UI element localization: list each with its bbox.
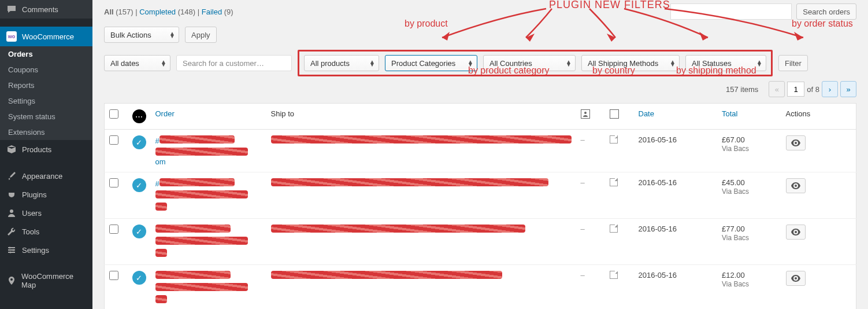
statuses-filter-select[interactable]: All Statuses ▲▼ — [685, 55, 766, 71]
orders-search-input[interactable] — [670, 3, 792, 20]
row-checkbox[interactable] — [109, 225, 118, 234]
customer-note-icon — [581, 109, 590, 119]
products-filter-label: All products — [310, 59, 350, 68]
sidebar-item-woocommerce-map[interactable]: WooCommerce Map — [0, 267, 92, 294]
sliders-icon — [6, 245, 17, 255]
submenu-coupons[interactable]: Coupons — [0, 62, 92, 78]
view-order-button[interactable] — [786, 178, 806, 193]
submenu-reports[interactable]: Reports — [0, 78, 92, 93]
note-icon — [610, 135, 618, 144]
actions-cell — [781, 130, 856, 172]
products-filter-select[interactable]: All products ▲▼ — [304, 55, 379, 71]
sidebar-item-woocommerce[interactable]: wo WooCommerce — [0, 27, 92, 46]
ship-to-cell — [266, 219, 576, 265]
customer-search-input[interactable]: Search for a customer… — [176, 55, 292, 71]
order-status-icon: ✓ — [132, 178, 146, 192]
countries-filter-label: All Countries — [489, 59, 532, 68]
view-order-button[interactable] — [786, 271, 806, 286]
customer-search-placeholder: Search for a customer… — [183, 59, 264, 68]
pagination-first-button[interactable]: « — [769, 81, 785, 97]
filter-all-label[interactable]: All — [104, 8, 114, 16]
total-column-header[interactable]: Total — [722, 109, 737, 118]
total-cell: £45.00Via Bacs — [717, 172, 781, 219]
woocommerce-submenu: Orders Coupons Reports Settings System s… — [0, 46, 92, 140]
sidebar-item-label: WooCommerce Map — [21, 272, 87, 289]
row-checkbox[interactable] — [109, 135, 118, 145]
svg-point-2 — [13, 249, 14, 251]
submenu-extensions[interactable]: Extensions — [0, 124, 92, 140]
countries-filter-select[interactable]: All Countries ▲▼ — [483, 55, 576, 71]
ship-to-cell — [266, 130, 576, 172]
pagination-items-count: 157 items — [726, 85, 758, 94]
sidebar-item-users[interactable]: Users — [0, 204, 92, 222]
search-orders-button[interactable]: Search orders — [796, 3, 856, 20]
submenu-settings[interactable]: Settings — [0, 93, 92, 109]
sidebar-item-label: Appearance — [22, 172, 62, 181]
sidebar-item-tools[interactable]: Tools — [0, 222, 92, 241]
shipping-filter-select[interactable]: All Shipping Methods ▲▼ — [581, 55, 680, 71]
plugin-filters-box: All products ▲▼ Product Categories ▲▼ Al… — [298, 50, 773, 76]
pagination-current-input[interactable] — [787, 82, 804, 97]
order-cell[interactable] — [151, 219, 266, 265]
order-column-header[interactable]: Order — [155, 109, 175, 118]
pagination-of-label: of 8 — [807, 85, 819, 94]
brush-icon — [6, 171, 17, 181]
filter-completed-link[interactable]: Completed (148) — [139, 8, 195, 16]
dates-filter-select[interactable]: All dates ▲▼ — [104, 55, 170, 71]
pagination-last-button[interactable]: » — [840, 81, 856, 97]
order-cell[interactable]: #om — [151, 130, 266, 172]
product-categories-filter-select[interactable]: Product Categories ▲▼ — [385, 55, 477, 71]
sidebar-item-settings[interactable]: Settings — [0, 241, 92, 259]
date-cell: 2016-05-16 — [634, 265, 717, 310]
view-order-button[interactable] — [786, 225, 806, 240]
customer-note-cell: – — [576, 130, 605, 172]
submenu-system-status[interactable]: System status — [0, 109, 92, 124]
bulk-actions-select[interactable]: Bulk Actions ▲▼ — [104, 27, 179, 43]
sidebar-item-label: Products — [22, 145, 51, 154]
filter-failed-link[interactable]: Failed (9) — [202, 8, 233, 16]
main-content: All (157) | Completed (148) | Failed (9)… — [92, 0, 868, 309]
sidebar-item-comments[interactable]: Comments — [0, 0, 92, 19]
sidebar-item-label: WooCommerce — [22, 32, 74, 41]
dates-filter-label: All dates — [110, 59, 139, 68]
svg-point-0 — [10, 209, 13, 213]
apply-bulk-button[interactable]: Apply — [185, 27, 217, 43]
table-row: ✓#–2016-05-16£45.00Via Bacs — [105, 172, 856, 219]
row-checkbox[interactable] — [109, 178, 118, 187]
chevron-updown-icon: ▲▼ — [169, 32, 175, 38]
sidebar-item-plugins[interactable]: Plugins — [0, 185, 92, 204]
submenu-orders[interactable]: Orders — [0, 46, 92, 62]
plug-icon — [6, 190, 17, 199]
view-order-button[interactable] — [786, 135, 806, 150]
order-note-cell — [605, 219, 634, 265]
comment-icon — [6, 5, 17, 14]
actions-cell — [781, 172, 856, 219]
actions-cell — [781, 265, 856, 310]
total-cell: £77.00Via Bacs — [717, 219, 781, 265]
wrench-icon — [6, 227, 17, 236]
chevron-updown-icon: ▲▼ — [756, 60, 762, 66]
order-cell[interactable] — [151, 265, 266, 310]
box-icon — [6, 145, 17, 154]
bulk-actions-label: Bulk Actions — [110, 31, 151, 39]
woocommerce-icon: wo — [6, 31, 17, 42]
sidebar-item-products[interactable]: Products — [0, 140, 92, 159]
actions-column-header: Actions — [781, 104, 856, 130]
separator: | — [198, 8, 202, 16]
sidebar-item-appearance[interactable]: Appearance — [0, 167, 92, 185]
select-all-checkbox[interactable] — [109, 109, 118, 119]
svg-point-9 — [584, 112, 587, 114]
order-note-icon — [610, 109, 619, 119]
note-icon — [610, 178, 618, 186]
filter-button[interactable]: Filter — [778, 55, 808, 71]
chevron-updown-icon: ▲▼ — [670, 60, 676, 66]
sidebar-item-label: Settings — [22, 246, 49, 255]
note-icon — [610, 271, 618, 279]
date-column-header[interactable]: Date — [639, 109, 654, 118]
row-checkbox[interactable] — [109, 271, 118, 280]
sidebar-item-label: Plugins — [22, 190, 47, 199]
order-cell[interactable]: # — [151, 172, 266, 219]
note-icon — [610, 225, 618, 233]
table-row: ✓–2016-05-16£77.00Via Bacs — [105, 219, 856, 265]
pagination-next-button[interactable]: › — [822, 81, 838, 97]
